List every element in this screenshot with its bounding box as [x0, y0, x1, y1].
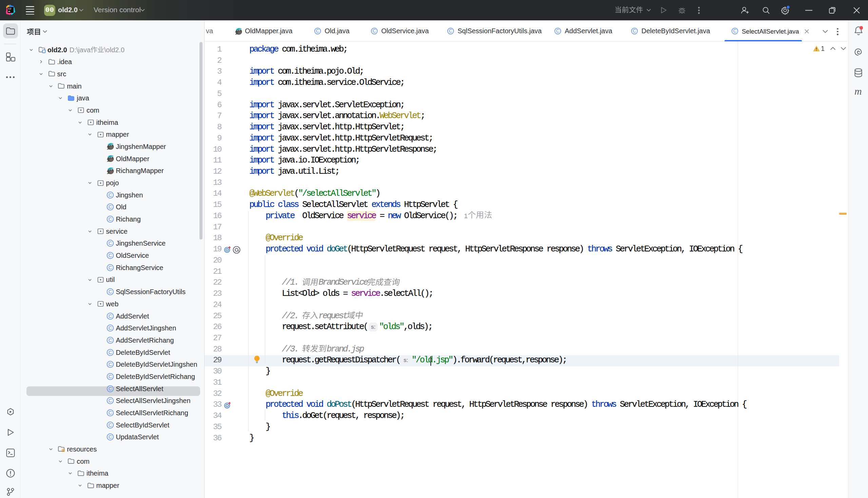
- svg-text:C: C: [108, 325, 112, 331]
- svg-text:C: C: [108, 398, 112, 403]
- svg-text:C: C: [108, 192, 112, 197]
- svg-text:C: C: [556, 28, 560, 34]
- svg-text:C: C: [108, 217, 112, 222]
- svg-text:C: C: [449, 28, 452, 34]
- svg-text:C: C: [108, 265, 112, 270]
- svg-text:IJ: IJ: [8, 8, 11, 10]
- svg-text:C: C: [108, 289, 112, 294]
- svg-text:C: C: [108, 313, 112, 318]
- svg-text:C: C: [108, 422, 112, 428]
- svg-text:C: C: [373, 28, 376, 34]
- svg-text:C: C: [108, 374, 112, 379]
- svg-text:C: C: [108, 253, 112, 258]
- svg-text:C: C: [108, 338, 112, 343]
- svg-text:C: C: [108, 240, 112, 246]
- svg-text:C: C: [108, 410, 112, 416]
- svg-text:C: C: [108, 204, 112, 210]
- svg-text:C: C: [108, 362, 112, 367]
- svg-text:C: C: [316, 28, 319, 34]
- svg-text:C: C: [733, 28, 737, 34]
- svg-text:C: C: [108, 350, 112, 355]
- svg-text:C: C: [108, 434, 112, 440]
- svg-text:C: C: [633, 28, 636, 34]
- svg-text:C: C: [108, 386, 112, 391]
